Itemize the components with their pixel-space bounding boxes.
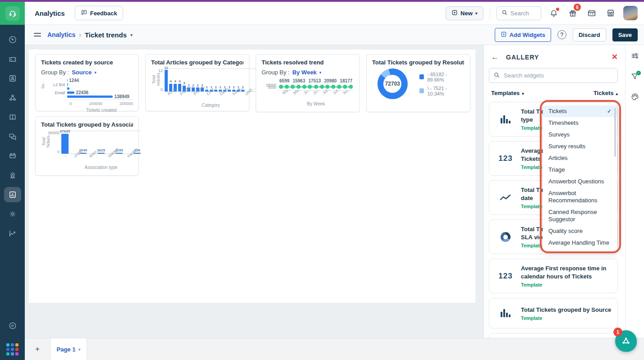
dropdown-item-articles[interactable]: Articles (543, 152, 617, 164)
group-by-row: Group By : By Week ▾ (262, 69, 354, 76)
widget-total-tickets-by-association[interactable]: Total Tickets grouped by Associat... Tot… (35, 116, 139, 176)
widget-title: Total Articles grouped by Category (151, 59, 244, 66)
feedback-button[interactable]: Feedback (75, 6, 123, 20)
widget-tickets-created-by-source[interactable]: Tickets created by source Group By : Sou… (35, 54, 139, 111)
palette-icon[interactable] (630, 92, 639, 103)
group-by-select[interactable]: Source (72, 69, 92, 76)
plus-square-icon (451, 9, 458, 17)
gallery-template-card[interactable]: 123 Average First response time incalend… (489, 259, 618, 293)
sidebar-item-social[interactable] (4, 90, 21, 105)
sidebar-item-gamification[interactable] (4, 168, 21, 183)
dropdown-item-triage[interactable]: Triage (543, 164, 617, 176)
num-chart-icon: 123 (494, 272, 517, 281)
sidebar-item-admin[interactable] (4, 206, 21, 222)
chevron-down-icon: ▾ (78, 347, 80, 352)
whats-new-gift-icon[interactable]: 6 (566, 7, 579, 19)
bar-chart-icon (494, 114, 517, 124)
widget-tickets-resolved-trend[interactable]: Tickets resolved trend Group By : By Wee… (256, 54, 360, 112)
dropdown-item-tickets[interactable]: Tickets✓ (543, 105, 617, 117)
chevron-down-icon: ▾ (94, 70, 97, 75)
notifications-bell-icon[interactable] (547, 7, 560, 19)
dropdown-scrollbar[interactable] (614, 108, 616, 157)
filter-applied-check-icon: ✓ (636, 71, 641, 75)
freshdesk-logo[interactable] (0, 2, 25, 25)
chart-area: Total Articles 120 1144432222111111111 A… (151, 68, 244, 108)
chart-area: So..1244L2 BotEmail22436138949 010000020… (41, 78, 133, 113)
group-by-select[interactable]: By Week (292, 69, 317, 76)
app-switcher-grid-icon[interactable] (6, 343, 18, 355)
widget-total-articles-by-category[interactable]: Total Articles grouped by Category Total… (145, 54, 249, 111)
widget-title: Tickets created by source (41, 59, 133, 66)
widget-title: Total Tickets grouped by Associat... (41, 121, 133, 128)
sidebar-item-tickets[interactable] (4, 51, 21, 67)
dropdown-item-answerbot-questions[interactable]: Answerbot Questions (543, 176, 617, 187)
sidebar-bottom (0, 318, 25, 355)
dropdown-item-quality-score[interactable]: Quality score (543, 225, 617, 237)
chevron-down-icon: ▾ (475, 11, 478, 16)
widget-total-tickets-by-resolution[interactable]: Total Tickets grouped by Resoluti... 727… (366, 54, 470, 112)
sidebar-item-bots[interactable] (4, 148, 21, 164)
discard-button[interactable]: Discard (573, 28, 606, 41)
widget-title: Total Tickets grouped by Resoluti... (372, 59, 465, 66)
dropdown-item-average-handling-time[interactable]: Average Handling Time (543, 237, 617, 249)
gallery-template-card[interactable]: Total Tickets grouped by Source Template (489, 298, 618, 328)
gallery-title: GALLERY (506, 54, 539, 61)
collapse-panel-icon[interactable] (34, 33, 42, 36)
module-dropdown: Tickets✓TimesheetsSurveysSurvey resultsA… (543, 103, 617, 251)
chevron-down-icon: ▾ (522, 91, 524, 96)
gallery-search (489, 68, 620, 83)
templates-filter[interactable]: Templates▾ (491, 90, 524, 96)
page-title: Ticket trends (85, 31, 127, 39)
check-icon: ✓ (607, 108, 612, 115)
chart-area: Total Tickets 800000 6763520491625115523… (41, 131, 133, 170)
filter-icon[interactable]: ✓ (630, 72, 639, 82)
dropdown-item-canned-response-suggestor[interactable]: Canned Response Suggestor (543, 206, 617, 225)
sidebar-item-solutions[interactable] (4, 109, 21, 125)
plus-square-icon (501, 31, 507, 39)
help-button[interactable]: ? (557, 30, 566, 39)
gift-badge: 6 (574, 4, 581, 11)
customize-sliders-icon[interactable] (630, 51, 639, 62)
widget-gallery-panel: ← GALLERY ✕ Templates▾ Tickets▴ Total Ti… (483, 45, 625, 338)
sidebar-item-dashboard[interactable] (4, 32, 21, 47)
donut-chart-icon (494, 232, 517, 242)
global-search-button[interactable]: Search (497, 6, 541, 20)
widget-title: Tickets resolved trend (262, 59, 354, 66)
chevron-down-icon: ▾ (319, 70, 322, 75)
headset-icon (5, 6, 20, 21)
page-title-caret-icon[interactable]: ▾ (130, 32, 133, 37)
user-avatar[interactable] (623, 6, 638, 20)
chevron-up-icon: ▴ (616, 91, 618, 96)
switcher-icon[interactable] (585, 7, 598, 19)
sidebar-item-reports[interactable] (4, 226, 21, 241)
sidebar-item-forums[interactable] (4, 129, 21, 144)
new-button[interactable]: New ▾ (446, 6, 483, 20)
chart-area: 72703 - 65182 - 89.66%\ - 7521 - 10.34% (372, 68, 465, 99)
search-widgets-input[interactable] (489, 68, 618, 83)
help-chat-icon[interactable] (4, 318, 21, 333)
app-sidebar (0, 2, 25, 360)
dropdown-item-survey-results[interactable]: Survey results (543, 141, 617, 152)
sidebar-nav (0, 25, 25, 241)
bar-chart-icon (494, 308, 517, 318)
dropdown-item-surveys[interactable]: Surveys (543, 129, 617, 141)
gallery-template-card[interactable]: 123 Average First assign time in busines… (489, 333, 618, 338)
sidebar-item-contacts[interactable] (4, 71, 21, 86)
breadcrumb-analytics-link[interactable]: Analytics (47, 31, 75, 38)
close-icon[interactable]: ✕ (612, 52, 618, 62)
right-tool-strip: ✓ (625, 45, 644, 338)
back-arrow-icon[interactable]: ← (491, 53, 499, 62)
template-tag: Template (521, 282, 613, 287)
gallery-filters: Templates▾ Tickets▴ (491, 90, 618, 96)
notification-dot (556, 8, 559, 11)
breadcrumb-bar: Analytics › Ticket trends ▾ Add Widgets … (25, 25, 644, 45)
save-button[interactable]: Save (612, 28, 638, 41)
module-filter-tickets[interactable]: Tickets▴ (593, 90, 618, 96)
sidebar-item-analytics[interactable] (4, 187, 21, 202)
add-widgets-button[interactable]: Add Widgets (495, 28, 551, 42)
add-page-button[interactable]: + (25, 338, 50, 360)
dropdown-item-timesheets[interactable]: Timesheets (543, 117, 617, 129)
page-tab-1[interactable]: Page 1 ▾ (50, 338, 87, 360)
marketplace-store-icon[interactable] (604, 7, 617, 19)
dropdown-item-answerbot-recommendations[interactable]: Answerbot Recommendations (543, 187, 617, 206)
